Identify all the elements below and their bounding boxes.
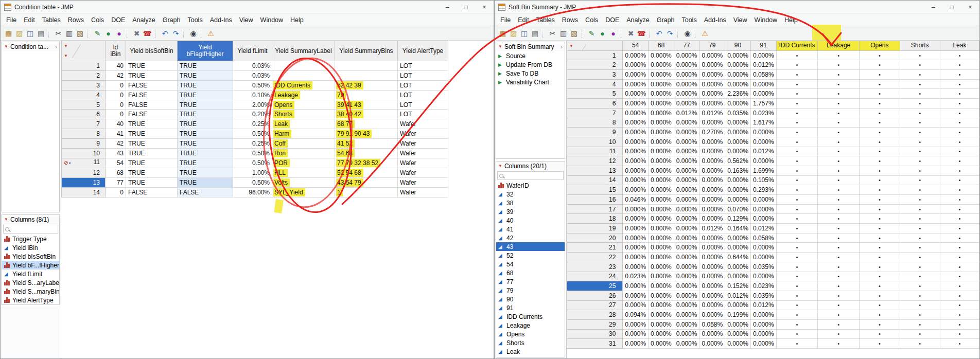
cell[interactable]: • (776, 195, 818, 205)
cell[interactable]: • (776, 79, 818, 89)
cell[interactable]: 0.023% (623, 272, 649, 281)
cell[interactable]: • (940, 281, 979, 291)
cell[interactable]: IDD Currents (272, 80, 335, 90)
cell[interactable]: 79 (335, 90, 398, 100)
cell[interactable]: 0.000% (674, 310, 699, 320)
cell[interactable]: 39 41 43 (335, 100, 398, 110)
cell[interactable]: • (776, 70, 818, 80)
cell[interactable]: • (860, 224, 900, 234)
cell[interactable]: 0.000% (725, 118, 751, 128)
column-item[interactable]: Yield S...aryLabel (2, 278, 59, 287)
cell[interactable]: 0.000% (649, 128, 674, 137)
column-item[interactable]: ◢40 (496, 216, 565, 225)
cell[interactable]: 0.000% (750, 195, 776, 205)
print-icon[interactable]: ▤ (36, 28, 46, 39)
cell[interactable]: TRUE (126, 129, 178, 139)
cell[interactable]: • (860, 156, 900, 166)
cell[interactable]: • (860, 253, 900, 262)
row-header[interactable]: 12 (567, 156, 623, 166)
cell[interactable]: 0.000% (623, 166, 649, 175)
cell[interactable]: • (860, 233, 900, 243)
cell[interactable]: 0.000% (674, 272, 699, 281)
cell[interactable]: • (818, 89, 860, 99)
menu-tables[interactable]: Tables (533, 15, 558, 25)
column-item[interactable]: Yield AlertType (2, 296, 59, 304)
column-header[interactable]: 79 (699, 41, 725, 51)
row-header[interactable]: 23 (567, 262, 623, 272)
row-header[interactable]: 11 (567, 147, 623, 156)
cell[interactable]: • (900, 339, 940, 349)
column-header[interactable]: Leak (940, 41, 979, 51)
cell[interactable]: Wafer (398, 177, 448, 187)
cell[interactable]: • (900, 214, 940, 224)
cell[interactable]: 0.058% (750, 70, 776, 80)
cell[interactable]: 0.000% (674, 70, 699, 80)
column-item[interactable]: ◢IDD Currents (496, 312, 565, 321)
cell[interactable]: HLL (272, 168, 335, 177)
cell[interactable]: 0.000% (623, 300, 649, 310)
cell[interactable]: • (776, 175, 818, 185)
cell[interactable]: • (940, 156, 979, 166)
cell[interactable]: • (818, 233, 860, 243)
row-header[interactable]: 12 (62, 168, 106, 177)
cell[interactable]: • (940, 185, 979, 195)
cut-icon[interactable]: ✂ (547, 28, 558, 39)
copy-icon[interactable]: ▥ (64, 28, 75, 39)
table-script-item[interactable]: ▶Variability Chart (496, 78, 565, 86)
cell[interactable]: • (940, 137, 979, 147)
cell[interactable]: 0.000% (674, 329, 699, 339)
cell[interactable]: 79 91 90 43 (335, 129, 398, 139)
cell[interactable]: 1.757% (750, 99, 776, 109)
cell[interactable]: Shorts (272, 110, 335, 119)
cell[interactable]: • (818, 79, 860, 89)
cell[interactable]: 0.000% (674, 319, 699, 329)
cell[interactable]: 0.152% (725, 281, 751, 291)
menu-analyze[interactable]: Analyze (623, 15, 653, 25)
menu-window[interactable]: Window (257, 15, 287, 25)
cell[interactable]: • (940, 204, 979, 214)
cell[interactable]: 0.000% (623, 253, 649, 262)
column-item[interactable]: ◢Leakage (496, 321, 565, 330)
hotspot-icon[interactable]: ▶ (498, 62, 503, 67)
cell[interactable]: Volts (272, 177, 335, 187)
cell[interactable]: 0.000% (725, 329, 751, 339)
cell[interactable]: 0.03% (233, 70, 272, 80)
maximize-button[interactable]: □ (457, 1, 475, 14)
cell[interactable]: 0.562% (725, 156, 751, 166)
cell[interactable]: 0.000% (750, 128, 776, 137)
new-script-icon[interactable]: ● (114, 28, 125, 39)
cell[interactable]: • (860, 310, 900, 320)
cell[interactable]: 0.000% (649, 60, 674, 70)
menu-addins[interactable]: Add-Ins (206, 15, 236, 25)
menu-help[interactable]: Help (781, 15, 801, 25)
cell[interactable]: 0.000% (623, 128, 649, 137)
cell[interactable]: 40 (106, 119, 126, 129)
row-header[interactable]: 5 (62, 100, 106, 110)
cell[interactable]: • (818, 339, 860, 349)
maximize-button[interactable]: □ (942, 1, 961, 14)
menu-tools[interactable]: Tools (678, 15, 700, 25)
cell[interactable]: 0.000% (649, 329, 674, 339)
row-header[interactable]: 7 (62, 119, 106, 129)
cell[interactable]: • (776, 339, 818, 349)
red-triangle-icon[interactable]: ▼ (4, 217, 8, 222)
cell[interactable]: 0.000% (674, 89, 699, 99)
titlebar[interactable]: Soft Bin Summary - JMP –□× (495, 1, 979, 14)
cell[interactable]: 0.000% (623, 156, 649, 166)
cell[interactable]: LOT (398, 110, 448, 119)
cell[interactable]: 0.000% (725, 339, 751, 349)
cell[interactable]: Wafer (398, 119, 448, 129)
cell[interactable]: 0.000% (725, 79, 751, 89)
cell[interactable]: 0.000% (699, 272, 725, 281)
column-header[interactable]: Shorts (900, 41, 940, 51)
cell[interactable]: • (776, 243, 818, 253)
cell[interactable]: 0.023% (750, 281, 776, 291)
cell[interactable]: 0.000% (674, 300, 699, 310)
design-icon[interactable]: ✖ (625, 28, 636, 39)
column-item[interactable]: ◢Shorts (496, 338, 565, 347)
cell[interactable]: • (940, 108, 979, 118)
cell[interactable]: 0.000% (649, 253, 674, 262)
cell[interactable]: 0.25% (233, 139, 272, 149)
cell[interactable]: 0.000% (699, 118, 725, 128)
journal-icon[interactable]: ✎ (92, 28, 103, 39)
